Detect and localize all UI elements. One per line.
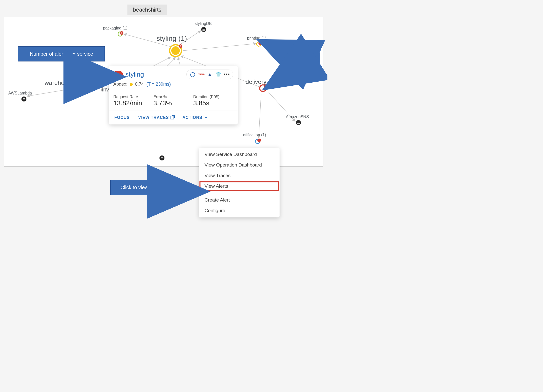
node-amazonsns-label: AmazonSNS [286,115,309,119]
svg-line-7 [27,90,65,96]
dropdown-item-view-traces[interactable]: View Traces [199,170,280,181]
apdex-threshold-link[interactable]: (T = 239ms) [146,82,171,87]
apdex-status-dot [130,83,133,86]
external-link-icon [171,116,174,119]
metric-error-value: 3.73% [153,99,193,107]
tech-icon-strip: ◯ Java ▲ 👕 ••• [186,70,233,79]
metrics-row: Request Rate 13.82/min Error % 3.73% Dur… [109,91,238,111]
alert-count-pill[interactable]: 1 [113,71,123,78]
dropdown-item-create-alert[interactable]: Create Alert [199,195,280,205]
node-notification[interactable]: 1 [255,139,260,144]
java-icon: Java [198,71,205,78]
dropdown-item-configure[interactable]: Configure [199,205,280,216]
dropwizard-icon: ▲ [206,71,213,78]
node-warehouse[interactable]: 1 [65,86,72,94]
node-delivery-label: delivery (1) [246,78,276,85]
node-printing-label: printing (1) [247,36,266,41]
node-warehouse-label: warehouse (1) [45,79,83,86]
node-styling[interactable]: 1 [169,44,182,57]
node-packaging-label: packaging (1) [103,26,127,30]
app-title: beachshirts [127,5,167,15]
metric-request-rate-value: 13.82/min [113,99,153,107]
node-styling-label: styling (1) [156,35,187,43]
node-awslambda-label: AWSLambda [8,91,32,95]
alert-badge: 1 [179,44,182,48]
opentracing-icon: ◯ [189,71,196,78]
view-traces-button[interactable]: VIEW TRACES [138,115,174,120]
callout-services-with-alerts: Services with alerts [280,53,320,75]
callout-click-view-alerts: Click to view alerts [110,180,172,195]
alert-badge: 1 [258,41,262,45]
focus-button[interactable]: FOCUS [114,115,130,120]
alert-badge: 1 [69,86,73,90]
svg-line-5 [178,57,181,67]
dropdown-item-view-alerts[interactable]: View Alerts [199,181,280,191]
actions-dropdown-button[interactable]: ACTIONS [183,115,208,120]
node-packaging[interactable]: 1 [118,31,123,37]
database-icon[interactable] [201,27,206,32]
node-printing[interactable]: 1 [256,42,261,47]
amazonsns-icon[interactable] [296,120,301,125]
svg-line-4 [165,57,176,67]
awslambda-icon[interactable] [21,96,26,102]
metric-duration-label: Duration (P95) [193,95,233,99]
tshirt-icon: 👕 [215,71,222,78]
alert-badge: 1 [264,84,267,88]
service-tooltip: 1 styling ◯ Java ▲ 👕 ••• Apdex: 0.74 (T … [109,66,238,124]
dropdown-item-view-service-dashboard[interactable]: View Service Dashboard [199,149,280,160]
node-stylingdb-label: stylingDB [195,21,212,26]
metric-request-rate-label: Request Rate [113,95,153,99]
svg-line-2 [183,44,256,51]
actions-dropdown-menu: View Service Dashboard View Operation Da… [199,148,280,217]
service-name-link[interactable]: styling [125,71,144,78]
paymentsdb-icon[interactable] [159,155,164,160]
dropdown-item-view-operation-dashboard[interactable]: View Operation Dashboard [199,160,280,170]
metric-error-label: Error % [153,95,193,99]
alert-badge: 1 [120,31,123,35]
more-icon[interactable]: ••• [223,71,230,78]
node-inventory-label: inv [102,86,109,93]
callout-alerts-per-service: Number of alerts per service [18,46,105,61]
metric-duration-value: 3.85s [193,99,233,107]
dropdown-divider [199,193,280,193]
alert-badge: 1 [257,139,261,142]
apdex-row: Apdex: 0.74 (T = 239ms) [109,81,238,91]
svg-line-9 [259,94,261,138]
chevron-down-icon [205,117,207,118]
node-notification-label: otification (1) [243,133,266,137]
node-delivery[interactable]: 1 [259,84,267,92]
